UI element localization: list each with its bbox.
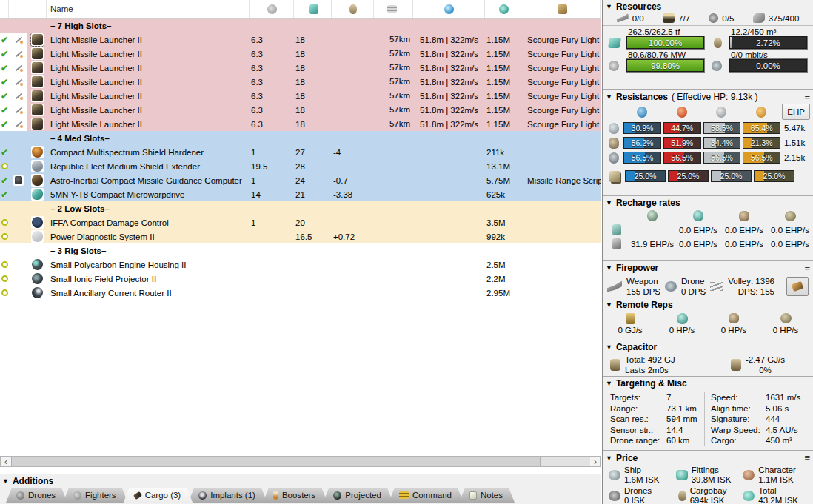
online-state-icon[interactable] [1, 163, 8, 169]
range-column-header[interactable] [374, 0, 413, 18]
stat-value: 60 km [666, 435, 689, 446]
module-cpu: 6.3 [250, 92, 294, 101]
price-value: 43.2M ISK [758, 496, 798, 504]
module-row[interactable]: ✔Compact Multispectrum Shield Hardener12… [0, 145, 601, 159]
active-check-icon[interactable]: ✔ [1, 147, 8, 158]
module-name: Light Missile Launcher II [47, 64, 250, 73]
scroll-left-button[interactable]: ‹ [1, 457, 11, 466]
module-price: 992k [485, 232, 523, 241]
module-row[interactable]: ✔Astro-Inertial Compact Missile Guidance… [0, 173, 601, 187]
tab-fighters[interactable]: Fighters [63, 488, 128, 503]
cpu-usage-label: 262.5/262.5 tf [626, 27, 704, 36]
active-check-icon[interactable]: ✔ [1, 119, 8, 130]
tab-boosters[interactable]: Boosters [263, 488, 327, 503]
online-state-icon[interactable] [1, 289, 8, 296]
effective-hp-label: ( Effective HP: 9.13k ) [672, 92, 758, 102]
module-row[interactable]: Small Ionic Field Projector II2.2M [0, 272, 601, 286]
module-row[interactable]: Small Polycarbon Engine Housing II2.5M [0, 258, 601, 272]
tab-implants-1[interactable]: Implants (1) [188, 488, 267, 503]
firepower-header[interactable]: ▼ Firepower ≡ [603, 261, 813, 274]
hull-recharge-icon [785, 211, 796, 221]
slot-section-label: – 2 Low Slots– [47, 204, 250, 213]
collapse-triangle-icon: ▼ [606, 454, 612, 462]
active-check-icon[interactable]: ✔ [1, 175, 8, 186]
fighters-tab-icon [73, 491, 81, 500]
tab-drones[interactable]: Drones [6, 488, 67, 503]
module-charge: Scourge Fury Light Missile [523, 36, 601, 44]
additions-header[interactable]: ▼ Additions [0, 474, 601, 488]
armor-transfer-icon [729, 313, 739, 323]
turret-hardpoints: 0/0 [617, 13, 644, 23]
powergrid-column-header[interactable] [294, 0, 332, 18]
module-row[interactable]: Small Ancillary Current Router II2.95M [0, 286, 601, 300]
horizontal-scrollbar[interactable]: ‹ › [0, 456, 601, 467]
module-row[interactable]: ✔Light Missile Launcher II6.31857km51.8m… [0, 33, 601, 47]
character-price-icon [743, 470, 755, 480]
module-row[interactable]: ✔Light Missile Launcher II6.31857km51.8m… [0, 61, 601, 75]
capacitor-header[interactable]: ▼ Capacitor [603, 340, 813, 353]
fittings-price-icon [676, 470, 688, 480]
tab-projected[interactable]: Projected [323, 488, 393, 503]
active-check-icon[interactable]: ✔ [1, 35, 8, 45]
module-row[interactable]: ✔Light Missile Launcher II6.31857km51.8m… [0, 47, 601, 61]
icon-column-header[interactable] [27, 0, 47, 18]
ammo-column-header[interactable] [523, 0, 601, 18]
active-check-icon[interactable]: ✔ [1, 105, 8, 115]
name-column-header[interactable]: Name [47, 0, 250, 18]
online-state-icon[interactable] [1, 275, 8, 282]
slot-section-header[interactable]: – 2 Low Slots– [0, 201, 601, 215]
module-row[interactable]: ✔Light Missile Launcher II6.31857km51.8m… [0, 117, 601, 131]
remote-reps-header[interactable]: ▼ Remote Reps [603, 298, 813, 311]
module-name: IFFA Compact Damage Control [47, 218, 250, 227]
active-check-icon[interactable]: ✔ [1, 91, 8, 101]
state-column-header[interactable] [0, 0, 9, 18]
price-header[interactable]: ▼ Price ≡ [603, 451, 813, 464]
module-name: Astro-Inertial Compact Missile Guidance … [47, 176, 250, 185]
tab-command[interactable]: Command [389, 488, 464, 503]
speed-column-header[interactable] [413, 0, 485, 18]
module-row[interactable]: ✔Light Missile Launcher II6.31857km51.8m… [0, 103, 601, 117]
tab-cargo-3[interactable]: Cargo (3) [124, 488, 193, 503]
price-menu-icon[interactable]: ≡ [804, 452, 810, 463]
module-row[interactable]: Republic Fleet Medium Shield Extender19.… [0, 159, 601, 173]
active-check-icon[interactable]: ✔ [1, 77, 8, 87]
capacitor-use-column-header[interactable] [332, 0, 374, 18]
cpu-column-header[interactable] [250, 0, 294, 18]
module-row[interactable]: ✔Light Missile Launcher II6.31857km51.8m… [0, 89, 601, 103]
online-state-icon[interactable] [1, 219, 8, 226]
active-check-icon[interactable]: ✔ [1, 189, 8, 200]
active-check-icon[interactable]: ✔ [1, 49, 8, 59]
active-check-icon[interactable]: ✔ [1, 63, 8, 73]
powergrid-bar: 99.80% [626, 59, 704, 72]
module-row[interactable]: ✔Light Missile Launcher II6.31857km51.8m… [0, 75, 601, 89]
slot-section-header[interactable]: – 3 Rig Slots– [0, 243, 601, 258]
recharge-value: 0.0 EHP/s [767, 238, 813, 251]
online-state-icon[interactable] [1, 261, 8, 268]
firepower-menu-icon[interactable]: ≡ [804, 262, 810, 273]
slot-section-header[interactable]: – 4 Med Slots– [0, 131, 601, 145]
slot-section-header[interactable]: – 7 High Slots– [0, 19, 601, 33]
hardpoint-column-header[interactable] [9, 0, 27, 18]
resources-header[interactable]: ▼ Resources [603, 0, 813, 13]
module-row[interactable]: ✔5MN Y-T8 Compact Microwarpdrive1421-3.3… [0, 187, 601, 201]
scrollbar-track[interactable] [11, 457, 590, 466]
targeting-misc-header[interactable]: ▼ Targeting & Misc [603, 377, 813, 389]
module-row[interactable]: IFFA Compact Damage Control1203.5M [0, 215, 601, 229]
recharge-header[interactable]: ▼ Recharge rates [603, 196, 813, 209]
tab-notes[interactable]: Notes [459, 488, 515, 503]
module-row[interactable]: Power Diagnostic System II16.5+0.72992k [0, 229, 601, 243]
resistances-menu-icon[interactable]: ≡ [804, 91, 810, 102]
stat-label: Drone range: [610, 435, 666, 446]
scroll-right-button[interactable]: › [590, 457, 600, 466]
scrollbar-thumb[interactable] [11, 457, 541, 466]
resistances-header[interactable]: ▼ Resistances ( Effective HP: 9.13k ) ≡ [603, 90, 813, 103]
missile-toggle-button[interactable] [786, 277, 809, 296]
weapon-dps-value: 155 DPS [626, 286, 660, 297]
module-icon [31, 33, 44, 46]
price-column-header[interactable] [485, 0, 523, 18]
online-state-icon[interactable] [1, 233, 8, 240]
price-label: Character [758, 466, 796, 475]
ehp-button[interactable]: EHP [782, 104, 810, 120]
price-label: Fittings [692, 466, 732, 475]
stat-row: Scan res.:594 mm [610, 414, 701, 425]
